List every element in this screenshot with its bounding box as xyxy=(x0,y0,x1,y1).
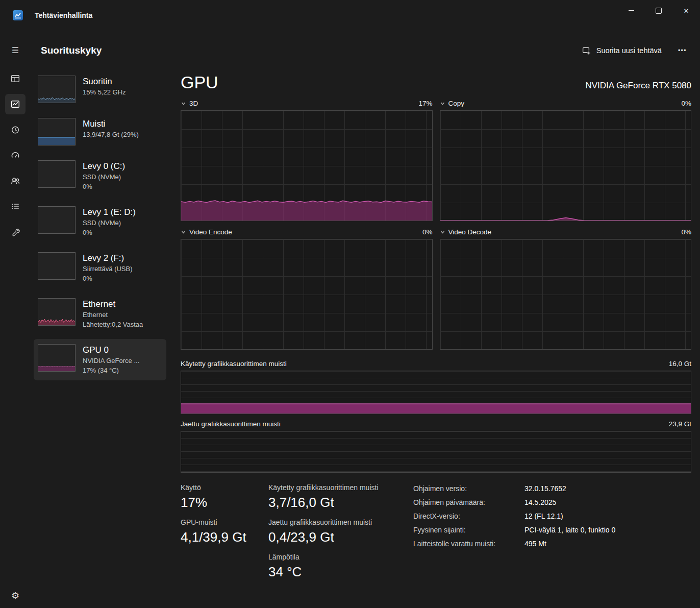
dedicated-memory-block: Käytetty grafiikkasuorittimen muisti 16,… xyxy=(181,360,691,414)
chart-copy xyxy=(440,110,692,221)
sidebar-item-title: GPU 0 xyxy=(83,344,139,356)
disk1-mini-chart xyxy=(38,206,76,234)
nav-processes[interactable] xyxy=(5,68,26,89)
performance-icon xyxy=(10,99,20,109)
sidebar-item-sub: SSD (NVMe) xyxy=(83,172,125,182)
nav-performance[interactable] xyxy=(5,94,26,114)
nav-details[interactable] xyxy=(5,196,26,216)
shared-memory-label: Jaettu grafiikkasuorittimen muisti xyxy=(181,420,281,428)
engine-select-copy[interactable]: Copy xyxy=(440,100,465,107)
performance-sidebar: Suoritin 15% 5,22 GHz Muisti 13,9/47,8 G… xyxy=(31,70,166,608)
app-history-icon xyxy=(10,125,20,135)
sidebar-item-title: Levy 2 (F:) xyxy=(83,252,133,264)
detail-physical-location: Fyysinen sijainti: PCI-väylä 1, laite 0,… xyxy=(413,523,691,537)
ethernet-mini-chart xyxy=(38,298,76,326)
maximize-button[interactable] xyxy=(645,0,672,21)
stat-dedicated-memory: Käytetty grafiikkasuorittimen muisti 3,7… xyxy=(268,482,413,512)
shared-memory-block: Jaettu grafiikkasuorittimen muisti 23,9 … xyxy=(181,420,691,473)
settings-icon[interactable]: ⚙ xyxy=(5,586,26,606)
sidebar-item-title: Ethernet xyxy=(83,298,143,310)
sidebar-item-sub: 13,9/47,8 Gt (29%) xyxy=(83,130,139,139)
page-header: Suorituskyky Suorita uusi tehtävä ••• xyxy=(31,31,700,70)
detail-driver-date: Ohjaimen päivämäärä: 14.5.2025 xyxy=(413,496,691,509)
sidebar-item-sub2: 0% xyxy=(83,274,133,283)
sidebar-item-disk0[interactable]: Levy 0 (C:) SSD (NVMe) 0% xyxy=(34,155,166,197)
disk2-mini-chart xyxy=(38,252,76,280)
gpu-engine-charts: 3D 17% Copy 0% xyxy=(181,100,691,350)
engine-select-video-encode[interactable]: Video Encode xyxy=(181,228,232,236)
task-manager-window: Tehtävienhallinta ✕ ☰ ⚙ xyxy=(0,0,700,608)
task-manager-app-icon xyxy=(12,10,23,21)
new-task-icon xyxy=(582,46,591,56)
engine-value: 0% xyxy=(681,100,691,107)
sidebar-item-disk1[interactable]: Levy 1 (E: D:) SSD (NVMe) 0% xyxy=(34,201,166,242)
dedicated-memory-max: 16,0 Gt xyxy=(669,360,691,368)
engine-value: 17% xyxy=(418,100,432,107)
ellipsis-icon: ••• xyxy=(678,47,687,54)
nav-startup-apps[interactable] xyxy=(5,145,26,165)
run-new-task-label: Suorita uusi tehtävä xyxy=(596,46,662,55)
chart-video-encode xyxy=(181,239,433,350)
stat-gpu-memory: GPU-muisti 4,1/39,9 Gt xyxy=(181,517,268,546)
content-area: Suorituskyky Suorita uusi tehtävä ••• xyxy=(31,31,700,608)
stat-shared-memory: Jaettu grafiikkasuorittimen muisti 0,4/2… xyxy=(268,517,413,546)
gpu-stats: Käyttö 17% GPU-muisti 4,1/39,9 Gt Käytet… xyxy=(181,482,691,586)
run-new-task-button[interactable]: Suorita uusi tehtävä xyxy=(577,42,667,59)
gpu-details: Ohjaimen versio: 32.0.15.7652 Ohjaimen p… xyxy=(413,482,691,586)
sidebar-item-title: Suoritin xyxy=(83,76,126,87)
sidebar-item-sub: Siirrettävä (USB) xyxy=(83,264,133,274)
close-icon: ✕ xyxy=(684,7,689,15)
more-options-button[interactable]: ••• xyxy=(675,44,690,57)
sidebar-item-title: Levy 0 (C:) xyxy=(83,160,125,172)
stat-usage: Käyttö 17% xyxy=(181,482,268,512)
engine-value: 0% xyxy=(422,228,433,236)
sidebar-item-gpu0[interactable]: GPU 0 NVIDIA GeForce ... 17% (34 °C) xyxy=(34,339,166,380)
gpu-panel: GPU NVIDIA GeForce RTX 5080 3D 17% xyxy=(166,70,700,608)
chevron-down-icon xyxy=(440,101,445,106)
gpu0-mini-chart xyxy=(38,344,76,372)
sidebar-item-cpu[interactable]: Suoritin 15% 5,22 GHz xyxy=(34,70,166,108)
nav-users[interactable] xyxy=(5,171,26,191)
chevron-down-icon xyxy=(440,229,445,235)
window-title: Tehtävienhallinta xyxy=(35,11,92,19)
nav-services[interactable] xyxy=(5,222,26,242)
nav-rail: ☰ ⚙ xyxy=(0,31,31,608)
chart-block-copy: Copy 0% xyxy=(440,100,692,221)
engine-select-3d[interactable]: 3D xyxy=(181,100,198,107)
sidebar-item-title: Muisti xyxy=(83,118,139,130)
gpu-device-name: NVIDIA GeForce RTX 5080 xyxy=(585,81,691,91)
hamburger-menu-icon[interactable]: ☰ xyxy=(5,40,26,60)
engine-label: 3D xyxy=(189,100,198,107)
nav-app-history[interactable] xyxy=(5,119,26,140)
detail-hw-reserved-memory: Laitteistolle varattu muisti: 495 Mt xyxy=(413,537,691,551)
chart-block-video-encode: Video Encode 0% xyxy=(181,228,433,350)
chart-3d xyxy=(181,110,433,221)
sidebar-item-sub: Ethernet xyxy=(83,310,143,320)
engine-label: Copy xyxy=(448,100,465,107)
cpu-mini-chart xyxy=(38,76,76,103)
memory-mini-chart xyxy=(38,118,76,145)
maximize-icon xyxy=(656,8,662,14)
sidebar-item-sub: SSD (NVMe) xyxy=(83,218,136,228)
minimize-button[interactable] xyxy=(617,0,645,21)
sidebar-item-sub2: 0% xyxy=(83,228,136,237)
chart-block-3d: 3D 17% xyxy=(181,100,433,221)
minimize-icon xyxy=(629,10,634,11)
details-icon xyxy=(10,201,20,211)
sidebar-item-disk2[interactable]: Levy 2 (F:) Siirrettävä (USB) 0% xyxy=(34,247,166,288)
window-controls: ✕ xyxy=(617,0,700,21)
sidebar-item-memory[interactable]: Muisti 13,9/47,8 Gt (29%) xyxy=(34,113,166,151)
sidebar-item-ethernet[interactable]: Ethernet Ethernet Lähetetty:0,2 Vastaa xyxy=(34,293,166,334)
sidebar-item-sub2: 17% (34 °C) xyxy=(83,366,139,375)
engine-select-video-decode[interactable]: Video Decode xyxy=(440,228,492,236)
users-icon xyxy=(10,176,20,186)
sidebar-item-sub: NVIDIA GeForce ... xyxy=(83,356,139,366)
chart-dedicated-memory xyxy=(181,371,691,414)
chevron-down-icon xyxy=(181,101,186,106)
sidebar-item-sub2: Lähetetty:0,2 Vastaa xyxy=(83,320,143,329)
chevron-down-icon xyxy=(181,229,186,235)
close-button[interactable]: ✕ xyxy=(672,0,700,21)
disk0-mini-chart xyxy=(38,160,76,188)
shared-memory-max: 23,9 Gt xyxy=(669,420,691,428)
engine-label: Video Decode xyxy=(448,228,492,236)
